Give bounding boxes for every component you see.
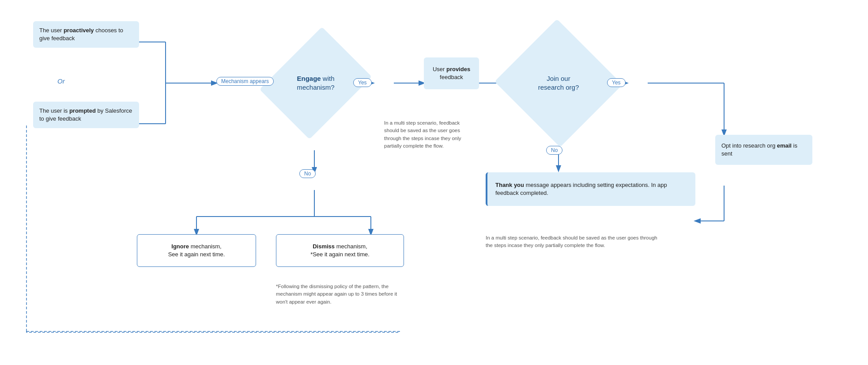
opt-in-email-box: Opt into research org email is sent [715,135,812,165]
dismiss-note: *Following the dismissing policy of the … [276,283,404,306]
join-research-diamond-shape [494,19,623,147]
dismiss-box: Dismiss mechanism,*See it again next tim… [276,234,404,267]
dismiss-text: Dismiss mechanism,*See it again next tim… [310,243,370,258]
proactive-box: The user proactively chooses to give fee… [33,21,139,48]
user-provides-box: User providesfeedback [424,57,479,89]
arrows-svg [0,0,868,365]
no2-pill: No [546,146,562,155]
engage-diamond: Engage withmechanism? [280,39,351,127]
flowchart-diagram: The user proactively chooses to give fee… [0,0,868,365]
prompted-text: The user is prompted by Salesforce to gi… [39,107,132,122]
thank-you-box: Thank you message appears including sett… [486,172,695,206]
prompted-bold: prompted [69,107,96,114]
svg-rect-20 [26,331,400,332]
user-provides-text: User providesfeedback [433,66,470,80]
ignore-text: Ignore mechanism,See it again next time. [168,243,225,258]
yes2-pill: Yes [607,78,626,87]
yes1-pill: Yes [353,78,372,87]
ignore-box: Ignore mechanism,See it again next time. [137,234,256,267]
thank-you-text: Thank you message appears including sett… [495,182,667,196]
proactive-text: The user proactively chooses to give fee… [39,27,123,42]
or-label: Or [57,77,65,85]
mechanism-pill: Mechanism appears [216,77,274,86]
proactive-bold: proactively [64,27,94,34]
opt-in-email-text: Opt into research org email is sent [721,142,797,157]
no1-pill: No [299,169,316,178]
prompted-box: The user is prompted by Salesforce to gi… [33,102,139,128]
join-research-diamond: Join ourresearch org? [512,39,605,127]
user-provides-note: In a multi step scenario, feedback shoul… [384,119,472,150]
thank-you-note: In a multi step scenario, feedback shoul… [486,234,658,250]
